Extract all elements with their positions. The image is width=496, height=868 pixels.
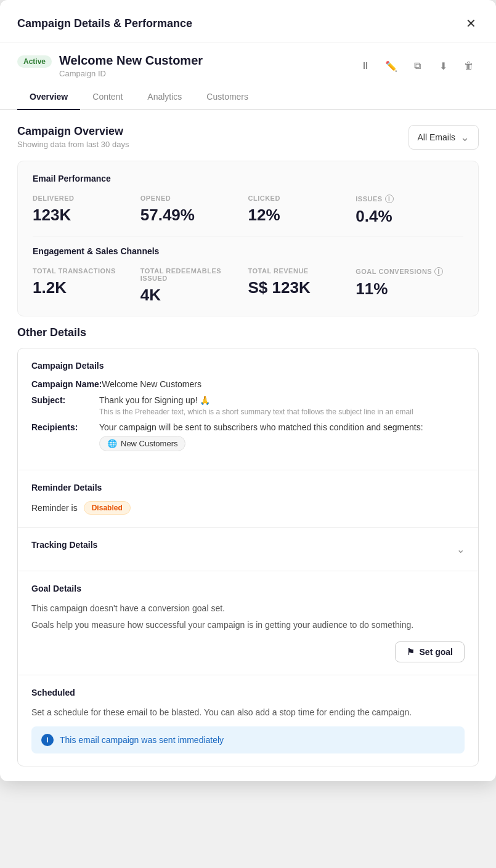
- metric-issues-label: ISSUES i: [356, 195, 463, 203]
- delete-icon: 🗑: [464, 60, 474, 71]
- preheader-text: This is the Preheader text, which is a s…: [99, 408, 465, 416]
- campaign-name-val: Welcome New Customers: [102, 379, 465, 389]
- email-performance-card: Email Performance DELIVERED 123K OPENED …: [17, 161, 479, 316]
- tabs: Overview Content Analytics Customers: [0, 84, 496, 110]
- metric-transactions-value: 1.2K: [33, 278, 140, 297]
- goal-text-1: This campaign doesn't have a conversion …: [31, 602, 465, 615]
- issues-info-icon[interactable]: i: [385, 195, 394, 203]
- campaign-details-section: Campaign Details Campaign Name: Welcome …: [18, 348, 478, 470]
- download-button[interactable]: ⬇: [433, 56, 453, 76]
- subject-value-text: Thank you for Signing up! 🙏: [99, 395, 465, 405]
- flag-icon: ⚑: [407, 647, 415, 657]
- metric-redeemables-label: TOTAL REDEEMABLES ISSUED: [140, 267, 248, 282]
- subject-key: Subject:: [31, 395, 99, 405]
- conversions-info-icon[interactable]: i: [434, 267, 443, 276]
- campaign-name: Welcome New Customer: [59, 54, 203, 68]
- metric-revenue-label: TOTAL REVENUE: [248, 267, 356, 275]
- reminder-label: Reminder is: [31, 503, 78, 513]
- tab-overview[interactable]: Overview: [17, 84, 80, 110]
- modal-title: Campaign Details & Performance: [17, 17, 192, 30]
- info-banner: i This email campaign was sent immediate…: [31, 726, 465, 753]
- metric-opened-value: 57.49%: [140, 206, 248, 225]
- goal-details-title: Goal Details: [31, 584, 465, 593]
- goal-details-section: Goal Details This campaign doesn't have …: [18, 571, 478, 675]
- tab-content[interactable]: Content: [80, 84, 135, 110]
- metric-delivered: DELIVERED 123K: [33, 195, 140, 226]
- detail-row-name: Campaign Name: Welcome New Customers: [31, 379, 465, 389]
- metric-conversions-value: 11%: [356, 279, 463, 299]
- tracking-header[interactable]: Tracking Details ⌄: [31, 540, 465, 558]
- metric-revenue-value: S$ 123K: [248, 278, 356, 297]
- engagement-title: Engagement & Sales Channels: [33, 246, 463, 256]
- close-button[interactable]: ✕: [463, 14, 479, 33]
- edit-button[interactable]: ✏️: [381, 56, 401, 76]
- segment-badge: 🌐 New Customers: [99, 436, 185, 451]
- overview-title-block: Campaign Overview Showing data from last…: [17, 125, 129, 149]
- other-details-section: Other Details Campaign Details Campaign …: [17, 326, 479, 766]
- metric-opened: OPENED 57.49%: [140, 195, 248, 226]
- tracking-details-title: Tracking Details: [31, 540, 97, 550]
- overview-section-header: Campaign Overview Showing data from last…: [17, 125, 479, 150]
- reminder-details-section: Reminder Details Reminder is Disabled: [18, 470, 478, 528]
- campaign-header: Active Welcome New Customer Campaign ID …: [0, 42, 496, 84]
- edit-icon: ✏️: [385, 60, 397, 72]
- campaign-id: Campaign ID: [59, 69, 203, 78]
- metric-redeemables: TOTAL REDEEMABLES ISSUED 4K: [140, 267, 248, 305]
- delete-button[interactable]: 🗑: [459, 56, 479, 76]
- pause-icon: ⏸: [360, 60, 370, 71]
- email-performance-title: Email Performance: [33, 174, 463, 183]
- goal-text-2: Goals help you measure how successful yo…: [31, 619, 465, 632]
- filter-label: All Emails: [418, 132, 455, 142]
- reminder-details-title: Reminder Details: [31, 483, 465, 492]
- metric-redeemables-value: 4K: [140, 286, 248, 305]
- detail-card: Campaign Details Campaign Name: Welcome …: [17, 348, 479, 766]
- set-goal-button[interactable]: ⚑ Set goal: [395, 641, 465, 662]
- metric-delivered-label: DELIVERED: [33, 195, 140, 202]
- chevron-down-icon: ⌄: [460, 131, 470, 144]
- metric-transactions-label: TOTAL TRANSACTIONS: [33, 267, 140, 275]
- main-content: Campaign Overview Showing data from last…: [0, 110, 496, 781]
- campaign-modal: Campaign Details & Performance ✕ Active …: [0, 0, 496, 781]
- tracking-chevron-icon: ⌄: [457, 544, 465, 555]
- overview-subtitle: Showing data from last 30 days: [17, 140, 129, 149]
- detail-row-subject: Subject: Thank you for Signing up! 🙏 Thi…: [31, 395, 465, 416]
- info-icon: i: [41, 734, 54, 746]
- close-icon: ✕: [466, 17, 476, 30]
- campaign-name-key: Campaign Name:: [31, 379, 102, 389]
- metric-conversions-label: GOAL CONVERSIONS i: [356, 267, 463, 276]
- overview-title: Campaign Overview: [17, 125, 129, 138]
- modal-header: Campaign Details & Performance ✕: [0, 0, 496, 42]
- status-badge: Active: [17, 55, 52, 68]
- metric-clicked-value: 12%: [248, 206, 356, 225]
- download-icon: ⬇: [439, 60, 447, 72]
- set-goal-label: Set goal: [420, 647, 453, 657]
- metric-transactions: TOTAL TRANSACTIONS 1.2K: [33, 267, 140, 305]
- metric-clicked-label: CLICKED: [248, 195, 356, 202]
- tab-analytics[interactable]: Analytics: [135, 84, 194, 110]
- email-metrics-row: DELIVERED 123K OPENED 57.49% CLICKED 12%…: [33, 195, 463, 226]
- metric-opened-label: OPENED: [140, 195, 248, 202]
- metric-issues: ISSUES i 0.4%: [356, 195, 463, 226]
- recipients-key: Recipients:: [31, 422, 99, 432]
- subject-val: Thank you for Signing up! 🙏 This is the …: [99, 395, 465, 416]
- campaign-name-block: Welcome New Customer Campaign ID: [59, 54, 203, 78]
- goal-actions: ⚑ Set goal: [31, 635, 465, 662]
- reminder-row: Reminder is Disabled: [31, 501, 465, 515]
- info-message: This email campaign was sent immediately: [60, 735, 224, 745]
- metric-clicked: CLICKED 12%: [248, 195, 356, 226]
- scheduled-title: Scheduled: [31, 688, 465, 697]
- metric-issues-value: 0.4%: [356, 207, 463, 226]
- recipients-text: Your campaign will be sent to subscriber…: [99, 422, 465, 432]
- copy-button[interactable]: ⧉: [407, 56, 427, 76]
- tab-customers[interactable]: Customers: [194, 84, 261, 110]
- pause-button[interactable]: ⏸: [356, 56, 375, 76]
- reminder-status-badge: Disabled: [84, 501, 131, 515]
- globe-icon: 🌐: [107, 439, 117, 448]
- campaign-details-title: Campaign Details: [31, 361, 465, 371]
- campaign-info: Active Welcome New Customer Campaign ID: [17, 54, 203, 78]
- tracking-details-section: Tracking Details ⌄: [18, 528, 478, 571]
- scheduled-section: Scheduled Set a schedule for these email…: [18, 675, 478, 766]
- campaign-actions: ⏸ ✏️ ⧉ ⬇ 🗑: [356, 54, 479, 76]
- copy-icon: ⧉: [414, 60, 421, 71]
- filter-dropdown[interactable]: All Emails ⌄: [409, 125, 479, 150]
